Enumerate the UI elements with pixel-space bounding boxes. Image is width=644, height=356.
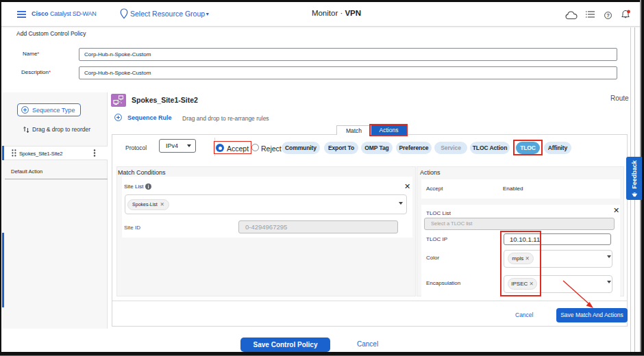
svg-text:?: ? bbox=[606, 12, 610, 18]
